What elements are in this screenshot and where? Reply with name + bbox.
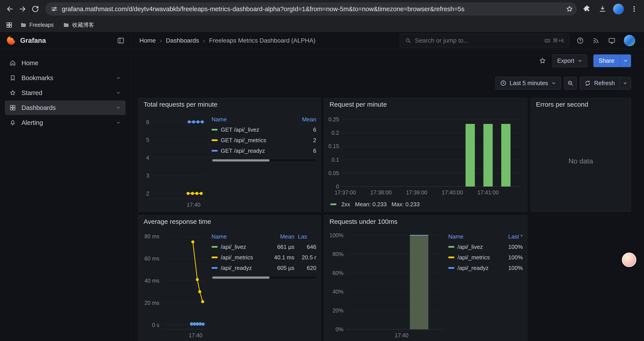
panel-header[interactable]: Request per minute	[324, 98, 527, 111]
legend-header-name[interactable]: Name	[448, 233, 495, 240]
series-name[interactable]: /api/_readyz	[458, 265, 488, 271]
sidebar-item-bookmarks[interactable]: Bookmarks	[5, 71, 126, 85]
series-name[interactable]: /api/_metrics	[221, 254, 253, 261]
browser-reload-button[interactable]	[29, 3, 42, 15]
browser-forward-button[interactable]	[16, 3, 29, 15]
series-max: Max: 0.233	[392, 201, 420, 208]
legend-row: /api/_readyz 100%	[448, 263, 523, 273]
svg-text:4: 4	[146, 155, 149, 161]
series-mean-value: 605 µs	[268, 265, 294, 271]
svg-text:20%: 20%	[332, 307, 344, 313]
search-icon	[405, 37, 412, 44]
extensions-button[interactable]	[580, 3, 593, 15]
kiosk-mode-button[interactable]	[608, 37, 616, 44]
sidebar-item-alerting[interactable]: Alerting	[5, 115, 126, 130]
panel-header[interactable]: Average response time	[138, 215, 321, 228]
browser-profile-button[interactable]	[612, 3, 625, 15]
legend-header-last[interactable]: Last *	[499, 233, 523, 240]
series-name[interactable]: GET /api/_readyz	[221, 147, 265, 154]
app-body: Home Bookmarks Starred Dashboards	[0, 49, 644, 341]
browser-back-button[interactable]	[4, 3, 16, 15]
series-name[interactable]: GET /api/_livez	[221, 126, 259, 133]
bell-icon	[9, 119, 16, 126]
downloads-button[interactable]	[596, 3, 609, 15]
download-icon	[598, 5, 607, 13]
apps-grid-icon	[6, 22, 13, 29]
series-name[interactable]: /api/_livez	[221, 244, 246, 250]
sidebar-item-home[interactable]: Home	[5, 56, 126, 70]
folder-icon	[63, 22, 70, 28]
series-swatch	[330, 203, 336, 205]
legend-scrollbar-thumb[interactable]	[212, 276, 270, 279]
search-placeholder: Search or jump to...	[415, 37, 468, 44]
breadcrumb-dashboards[interactable]: Dashboards	[166, 37, 199, 44]
home-icon	[9, 60, 16, 67]
panel-total-requests-per-minute: Total requests per minute 6543217:40 Nam…	[138, 98, 321, 212]
bookmark-folder-blogs[interactable]: 收藏博客	[60, 20, 98, 30]
site-settings-icon[interactable]	[50, 5, 58, 13]
svg-text:80%: 80%	[332, 251, 344, 257]
help-button[interactable]	[576, 37, 584, 44]
series-mean: Mean: 0.233	[355, 201, 387, 208]
chevron-down-icon[interactable]	[116, 120, 121, 126]
panel-title[interactable]: Requests under 100ms	[330, 218, 398, 225]
panel-title[interactable]: Total requests per minute	[144, 101, 218, 108]
series-name[interactable]: /api/_readyz	[221, 265, 252, 271]
legend-header-name[interactable]: Name	[212, 116, 293, 123]
svg-text:17:41:00: 17:41:00	[478, 189, 499, 195]
legend-header-name[interactable]: Name	[212, 233, 264, 240]
legend-row: /api/_livez 661 µs 646	[212, 242, 316, 252]
chevron-down-icon[interactable]	[116, 75, 121, 81]
svg-text:0 s: 0 s	[152, 322, 159, 328]
panel-header[interactable]: Total requests per minute	[138, 98, 321, 111]
profile-avatar	[613, 4, 624, 15]
legend-header-last[interactable]: Las	[298, 233, 316, 240]
legend-scrollbar-thumb[interactable]	[212, 159, 270, 162]
svg-text:17:38:00: 17:38:00	[370, 189, 392, 195]
side-panel-button[interactable]	[4, 20, 14, 30]
panel-title[interactable]: Average response time	[144, 218, 211, 225]
chevron-down-icon[interactable]	[116, 105, 121, 111]
legend-row: GET /api/_readyz 6	[212, 146, 316, 156]
legend-table: Name Mean GET /api/_livez 6 GET /api/_me…	[212, 112, 316, 209]
series-last-value: 646	[298, 244, 316, 250]
user-profile-button[interactable]	[624, 35, 635, 46]
breadcrumb-home[interactable]: Home	[140, 37, 156, 44]
url-bar[interactable]: grafana.mathmast.com/d/deytv4rwavabkb/fr…	[45, 3, 577, 16]
url-text[interactable]: grafana.mathmast.com/d/deytv4rwavabkb/fr…	[62, 6, 562, 13]
browser-toolbar-right	[580, 3, 640, 15]
assistant-avatar-overlay[interactable]	[622, 253, 636, 267]
back-icon	[6, 5, 14, 14]
svg-text:5: 5	[146, 137, 149, 143]
sidebar-item-starred[interactable]: Starred	[5, 86, 126, 100]
browser-menu-button[interactable]	[628, 3, 640, 15]
bookmark-page-button[interactable]	[566, 5, 574, 13]
collapse-sidebar-button[interactable]	[117, 37, 125, 45]
no-data-message: No data	[531, 111, 631, 212]
news-button[interactable]	[592, 37, 600, 44]
panel-grid: Total requests per minute 6543217:40 Nam…	[131, 49, 644, 341]
series-name[interactable]: 2xx	[341, 201, 350, 208]
sidebar-item-dashboards[interactable]: Dashboards	[5, 101, 126, 115]
legend-row: /api/_metrics 40.1 ms 20.5 r	[212, 252, 316, 263]
series-swatch	[448, 246, 454, 248]
search-input[interactable]: Search or jump to... ⌘+k	[400, 34, 569, 47]
series-name[interactable]: /api/_livez	[458, 244, 483, 250]
panel-header[interactable]: Errors per second	[531, 98, 631, 111]
legend-header-mean[interactable]: Mean	[268, 233, 294, 240]
series-name[interactable]: /api/_metrics	[458, 254, 490, 261]
search-shortcut-keys: ⌘+k	[552, 37, 564, 44]
series-name[interactable]: GET /api/_metrics	[221, 137, 266, 144]
legend-header-mean[interactable]: Mean	[296, 116, 316, 123]
legend-scrollbar[interactable]	[212, 159, 316, 162]
chevron-down-icon[interactable]	[116, 90, 121, 96]
series-last-value: 100%	[499, 244, 523, 250]
request-per-minute-chart: 0.250.20.150.10.05017:37:0017:38:0017:39…	[328, 112, 523, 197]
panel-title[interactable]: Request per minute	[330, 101, 387, 108]
bookmark-folder-freeleaps[interactable]: Freeleaps	[17, 20, 57, 30]
legend-scrollbar[interactable]	[212, 276, 316, 279]
panel-title[interactable]: Errors per second	[536, 101, 588, 108]
chart-legend: 2xx Mean: 0.233 Max: 0.233	[324, 199, 527, 212]
sidebar-item-label: Bookmarks	[22, 74, 53, 82]
panel-header[interactable]: Requests under 100ms	[324, 215, 527, 228]
